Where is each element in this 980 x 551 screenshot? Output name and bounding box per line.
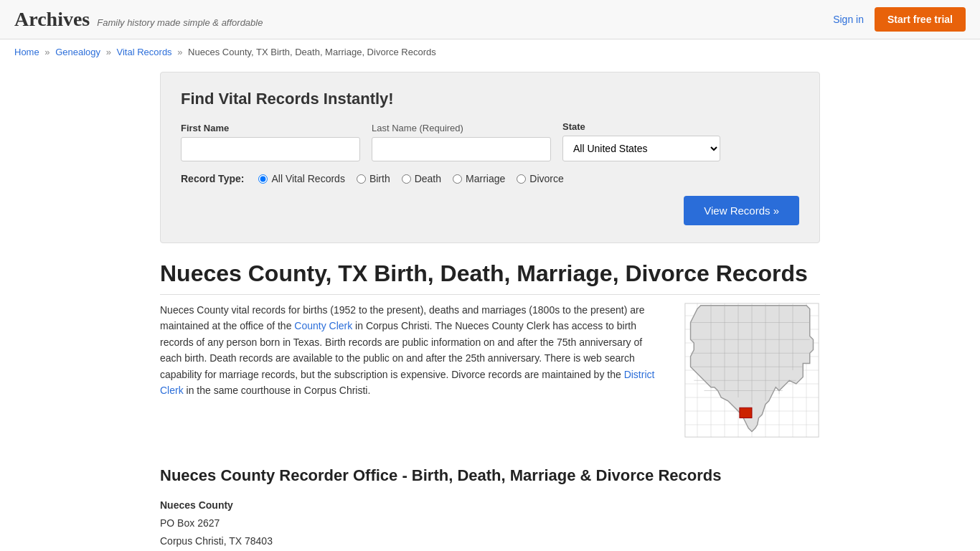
breadcrumb-current: Nueces County, TX Birth, Death, Marriage… <box>188 47 436 57</box>
record-type-birth[interactable]: Birth <box>357 173 390 184</box>
texas-map-area <box>684 302 820 441</box>
first-name-group: First Name <box>181 123 360 161</box>
content-section: Nueces County vital records for births (… <box>160 302 820 441</box>
office-name: Nueces County <box>160 496 820 514</box>
record-type-label: Record Type: <box>181 173 244 184</box>
first-name-input[interactable] <box>181 137 360 161</box>
breadcrumb-genealogy[interactable]: Genealogy <box>55 47 100 57</box>
texas-map-svg <box>684 302 820 438</box>
breadcrumb-sep-1: » <box>44 47 50 57</box>
breadcrumb-sep-3: » <box>177 47 182 57</box>
site-header: Archives Family history made simple & af… <box>0 0 980 39</box>
page-title: Nueces County, TX Birth, Death, Marriage… <box>160 260 820 295</box>
breadcrumb-sep-2: » <box>106 47 111 57</box>
state-label: State <box>562 121 720 132</box>
search-panel: Find Vital Records Instantly! First Name… <box>160 72 820 243</box>
district-clerk-link[interactable]: District Clerk <box>160 369 654 396</box>
last-name-input[interactable] <box>372 137 551 161</box>
state-select[interactable]: All United States <box>562 136 720 161</box>
last-name-group: Last Name (Required) <box>372 123 551 161</box>
office-info: Nueces County PO Box 2627 Corpus Christi… <box>160 496 820 551</box>
state-group: State All United States <box>562 121 720 161</box>
site-logo: Archives <box>14 8 90 31</box>
breadcrumb-vital-records[interactable]: Vital Records <box>117 47 172 57</box>
record-type-death[interactable]: Death <box>402 173 441 184</box>
record-type-all[interactable]: All Vital Records <box>258 173 344 184</box>
header-actions: Sign in Start free trial <box>833 7 966 32</box>
search-heading: Find Vital Records Instantly! <box>181 90 799 108</box>
logo-area: Archives Family history made simple & af… <box>14 8 263 31</box>
start-trial-button[interactable]: Start free trial <box>875 7 966 32</box>
search-fields-row: First Name Last Name (Required) State Al… <box>181 121 799 161</box>
office-address-2: Corpus Christi, TX 78403 <box>160 532 820 550</box>
main-content: Find Vital Records Instantly! First Name… <box>146 65 834 551</box>
first-name-label: First Name <box>181 123 360 133</box>
site-tagline: Family history made simple & affordable <box>97 17 263 28</box>
recorder-section-heading: Nueces County Recorder Office - Birth, D… <box>160 461 820 485</box>
record-type-marriage[interactable]: Marriage <box>453 173 505 184</box>
view-records-row: View Records » <box>181 196 799 225</box>
office-address-1: PO Box 2627 <box>160 514 820 532</box>
content-description: Nueces County vital records for births (… <box>160 302 666 441</box>
description-paragraph: Nueces County vital records for births (… <box>160 302 666 398</box>
view-records-button[interactable]: View Records » <box>684 196 799 225</box>
sign-in-link[interactable]: Sign in <box>833 14 864 25</box>
breadcrumb: Home » Genealogy » Vital Records » Nuece… <box>0 39 980 65</box>
record-type-row: Record Type: All Vital Records Birth Dea… <box>181 173 799 184</box>
svg-rect-33 <box>740 408 752 418</box>
breadcrumb-home[interactable]: Home <box>14 47 39 57</box>
county-clerk-link[interactable]: County Clerk <box>294 320 352 331</box>
last-name-label: Last Name (Required) <box>372 123 551 133</box>
record-type-divorce[interactable]: Divorce <box>517 173 563 184</box>
